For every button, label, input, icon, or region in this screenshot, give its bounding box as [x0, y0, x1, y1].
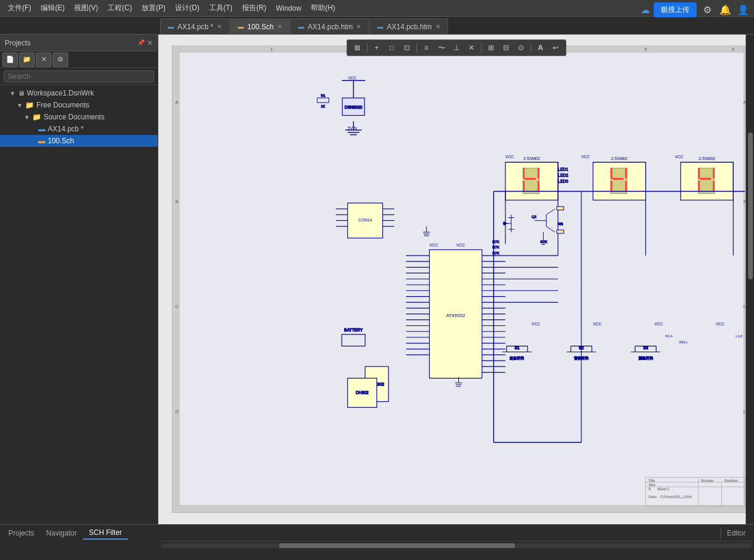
svg-text:Date:: Date:	[648, 495, 657, 499]
menu-item-help[interactable]: 帮助(H)	[306, 1, 339, 15]
svg-rect-87	[523, 181, 525, 192]
menu-item-view[interactable]: 视图(V)	[70, 1, 102, 15]
right-scrollbar[interactable]	[746, 35, 754, 524]
tab-sch[interactable]: ▬ 100.Sch ✕	[230, 19, 290, 34]
svg-rect-93	[625, 168, 627, 179]
sch-divider-3	[481, 43, 482, 53]
sch-divider-1	[367, 43, 367, 53]
tab-htm1-label: AX14.pcb.htm	[308, 23, 353, 31]
sch-wave-btn[interactable]: 〜	[435, 42, 448, 54]
tab-htm1[interactable]: ▬ AX14.pcb.htm ✕	[290, 19, 369, 34]
sch-minus-btn[interactable]: ⊟	[499, 42, 513, 54]
svg-text:VCC: VCC	[593, 322, 602, 326]
svg-rect-85	[538, 168, 540, 179]
sch-filter-btn[interactable]: ⊠	[351, 42, 364, 54]
sidebar-header: Projects 📌 ✕	[0, 35, 158, 51]
sch-divider-4	[531, 43, 531, 53]
right-scrollbar-thumb[interactable]	[748, 133, 753, 279]
svg-text:BATTERY: BATTERY	[344, 328, 363, 332]
sch-ground-btn[interactable]: ⊥	[450, 42, 463, 54]
tab-htm2-label: AX14.pcb.htm	[387, 23, 431, 31]
user-button[interactable]: 👤	[736, 3, 750, 17]
svg-rect-103	[698, 181, 700, 192]
menu-item-window[interactable]: Window	[272, 2, 306, 14]
sch-x-btn[interactable]: ✕	[465, 42, 478, 54]
sch-add-btn[interactable]: +	[370, 42, 384, 54]
tab-htm2[interactable]: ▬ AX14.pcb.htm ✕	[369, 19, 448, 34]
workspace-icon: 🖥	[18, 90, 24, 97]
menu-item-edit[interactable]: 编辑(E)	[36, 1, 69, 15]
sch-box-btn[interactable]: ⊡	[400, 42, 413, 54]
tree-item-sch[interactable]: ▶ ▬ 100.Sch	[0, 135, 158, 147]
bottom-scrollbar[interactable]	[158, 541, 754, 549]
editor-label: Editor	[721, 527, 752, 539]
bottom-tab-sch-filter[interactable]: SCH Filter	[83, 527, 128, 540]
svg-text:1: 1	[270, 47, 272, 52]
tree-item-workspace[interactable]: ▼ 🖥 Workspace1.DsnWrk	[0, 87, 158, 99]
sidebar-settings-btn[interactable]: ⚙	[53, 53, 68, 67]
svg-rect-4	[172, 45, 179, 512]
bottom-scrollbar-thumb[interactable]	[279, 543, 516, 548]
sidebar-close-btn[interactable]: ✕	[36, 53, 51, 67]
sch-undo-btn[interactable]: ↩	[549, 42, 562, 54]
svg-rect-88	[538, 181, 540, 192]
notifications-button[interactable]: 🔔	[718, 3, 732, 17]
svg-text:B: B	[176, 199, 179, 204]
search-input[interactable]	[4, 70, 154, 82]
svg-text:1K: 1K	[321, 104, 325, 108]
svg-text:R3.4: R3.4	[666, 334, 673, 338]
tree-item-source-docs[interactable]: ▼ 📁 Source Documents	[0, 111, 158, 123]
upload-button[interactable]: 极搜上传	[654, 2, 697, 17]
tab-htm1-close[interactable]: ✕	[356, 23, 361, 30]
sch-rect-btn[interactable]: □	[385, 42, 399, 54]
svg-text:VCC: VCC	[675, 155, 683, 159]
svg-text:Number: Number	[701, 479, 714, 482]
tab-pcb[interactable]: ▬ AX14.pcb * ✕	[160, 19, 229, 34]
svg-rect-95	[611, 181, 612, 192]
tab-pcb-close[interactable]: ✕	[217, 23, 222, 30]
svg-rect-83	[523, 168, 539, 193]
sch-text-btn[interactable]: A	[534, 42, 547, 54]
workspace-label: Workspace1.DsnWrk	[27, 89, 94, 97]
svg-text:VCC: VCC	[430, 243, 438, 247]
svg-rect-96	[625, 181, 627, 192]
menu-item-design[interactable]: 设计(D)	[171, 1, 204, 15]
svg-text:D: D	[175, 409, 179, 414]
menu-item-tools[interactable]: 工具(T)	[205, 1, 237, 15]
tab-sch-label: 100.Sch	[247, 23, 274, 31]
svg-text:Q2: Q2	[532, 215, 537, 219]
free-docs-folder-icon: 📁	[25, 101, 34, 109]
sidebar-close-icon[interactable]: ✕	[147, 39, 153, 47]
svg-text:VCC: VCC	[532, 322, 540, 326]
menu-item-project[interactable]: 工程(C)	[103, 1, 136, 15]
bottom-tab-navigator[interactable]: Navigator	[40, 527, 82, 539]
sidebar-pin-icon: 📌	[137, 39, 145, 46]
bottom-scrollbar-track[interactable]	[161, 543, 752, 548]
file-tree: ▼ 🖥 Workspace1.DsnWrk ▼ 📁 Free Documents…	[0, 85, 158, 524]
sch-lines-btn[interactable]: ≡	[420, 42, 433, 54]
svg-text:VCC: VCC	[456, 243, 465, 247]
svg-text:LED2: LED2	[558, 173, 568, 177]
schematic-canvas[interactable]: 1 2 3 4 5 6 A B C D A B C D	[158, 35, 754, 524]
tree-item-pcb[interactable]: ▶ ▬ AX14.pcb *	[0, 123, 158, 135]
settings-button[interactable]: ⚙	[700, 3, 715, 17]
svg-text:CON14: CON14	[358, 218, 372, 222]
menu-item-place[interactable]: 放置(P)	[137, 1, 170, 15]
bottom-tab-projects[interactable]: Projects	[2, 527, 40, 539]
svg-text:DSN8020: DSN8020	[345, 105, 363, 109]
menu-item-reports[interactable]: 报告(R)	[238, 1, 271, 15]
svg-text:Revision: Revision	[725, 479, 738, 482]
canvas-area[interactable]: ⊠ + □ ⊡ ≡ 〜 ⊥ ✕ ⊞ ⊟ ⊙ A ↩	[158, 35, 754, 524]
menu-item-file[interactable]: 文件(F)	[4, 1, 35, 15]
tree-item-free-docs[interactable]: ▼ 📁 Free Documents	[0, 99, 158, 111]
sidebar-open-btn[interactable]: 📁	[19, 53, 35, 67]
sch-circle-btn[interactable]: ⊙	[514, 42, 528, 54]
svg-text:DH302: DH302	[356, 390, 369, 395]
sch-grid-btn[interactable]: ⊞	[485, 42, 498, 54]
search-bar	[0, 68, 158, 85]
tab-sch-close[interactable]: ✕	[277, 23, 282, 30]
svg-rect-100	[698, 168, 700, 179]
sidebar-new-btn[interactable]: 📄	[2, 53, 18, 67]
sidebar-title: Projects	[5, 39, 135, 47]
tab-htm2-close[interactable]: ✕	[436, 23, 440, 30]
